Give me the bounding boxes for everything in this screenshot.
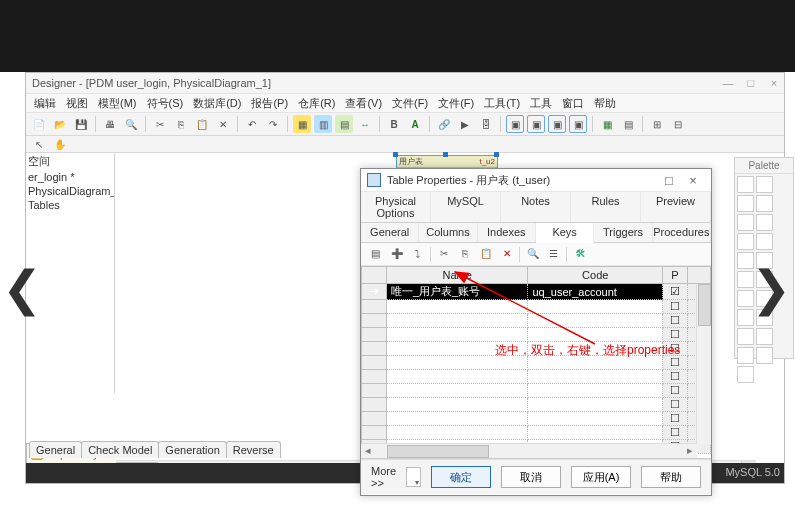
tree-item[interactable]: PhysicalDiagram_1	[26, 184, 114, 198]
toolbar-b-icon[interactable]: B	[385, 115, 403, 133]
toolbar-hand-icon[interactable]: ✋	[51, 135, 69, 153]
palette-panel[interactable]: Palette	[734, 157, 794, 359]
dialog-tab[interactable]: Physical Options	[361, 192, 431, 222]
keys-row-empty[interactable]: ☐	[362, 426, 711, 440]
menu-item[interactable]: 帮助	[594, 97, 616, 109]
toolbar-preview-icon[interactable]: 🔍	[122, 115, 140, 133]
keys-find-icon[interactable]: 🔍	[524, 246, 541, 263]
apply-button[interactable]: 应用(A)	[571, 466, 631, 488]
menu-item[interactable]: 模型(M)	[98, 97, 137, 109]
output-tab[interactable]: General	[29, 441, 82, 458]
keys-row-empty[interactable]: ☐	[362, 328, 711, 342]
keys-props-icon[interactable]: ☰	[545, 246, 562, 263]
keys-row-selected[interactable]: ➔ 唯一_用户表_账号 uq_user_account ☑	[362, 284, 711, 300]
toolbar-gen-icon[interactable]: ▶	[456, 115, 474, 133]
keys-tools-icon[interactable]: 🛠	[571, 246, 588, 263]
menu-item[interactable]: 符号(S)	[147, 97, 184, 109]
cancel-button[interactable]: 取消	[501, 466, 561, 488]
keys-insert-icon[interactable]: ⤵	[409, 246, 426, 263]
dialog-tab[interactable]: Triggers	[594, 223, 652, 242]
keys-grid[interactable]: Name Code P ➔ 唯一_用户表_账号 uq_user_account …	[361, 266, 711, 459]
palette-tool[interactable]	[737, 214, 754, 231]
palette-tool[interactable]	[756, 347, 773, 364]
menu-item[interactable]: 视图	[66, 97, 88, 109]
toolbar-excel-icon[interactable]: ▦	[598, 115, 616, 133]
help-button[interactable]: 帮助	[641, 466, 701, 488]
dialog-tab[interactable]: Indexes	[478, 223, 536, 242]
keys-row-empty[interactable]: ☐	[362, 398, 711, 412]
more-dropdown-icon[interactable]	[406, 467, 421, 487]
keys-col-name[interactable]: Name	[387, 267, 528, 284]
toolbar-doc-icon[interactable]: ▤	[619, 115, 637, 133]
palette-tool[interactable]	[737, 233, 754, 250]
toolbar-cut-icon[interactable]: ✂	[151, 115, 169, 133]
key-p-checkbox[interactable]: ☑	[663, 284, 688, 300]
palette-tool[interactable]	[737, 366, 754, 383]
toolbar-grid-icon[interactable]: ⊟	[669, 115, 687, 133]
scrollbar-thumb[interactable]	[698, 284, 711, 326]
dialog-tab[interactable]: Procedures	[653, 223, 711, 242]
minimize-button[interactable]: —	[718, 73, 738, 93]
toolbar-paste-icon[interactable]: 📋	[193, 115, 211, 133]
carousel-next[interactable]: ❯	[751, 260, 791, 316]
toolbar-print-icon[interactable]: 🖶	[101, 115, 119, 133]
grid-scrollbar-horizontal[interactable]: ◂ ▸	[361, 443, 697, 458]
output-tab[interactable]: Check Model	[81, 441, 159, 458]
dialog-close-button[interactable]: ×	[681, 173, 705, 188]
toolbar-win4-icon[interactable]: ▣	[569, 115, 587, 133]
dialog-tab[interactable]: MySQL	[431, 192, 501, 222]
palette-tool[interactable]	[756, 328, 773, 345]
menu-item[interactable]: 文件(F)	[392, 97, 428, 109]
tree-item[interactable]: Tables	[26, 198, 114, 212]
keys-new-icon[interactable]: ▤	[367, 246, 384, 263]
keys-row-empty[interactable]: ☐	[362, 370, 711, 384]
keys-copy-icon[interactable]: ⎘	[456, 246, 473, 263]
key-name-cell[interactable]: 唯一_用户表_账号	[387, 284, 528, 300]
menu-item[interactable]: 报告(P)	[251, 97, 288, 109]
keys-add-icon[interactable]: ➕	[388, 246, 405, 263]
window-title-bar[interactable]: Designer - [PDM user_login, PhysicalDiag…	[26, 73, 784, 93]
menu-item[interactable]: 工具	[530, 97, 552, 109]
row-indicator-icon[interactable]: ➔	[362, 284, 387, 300]
tree-item[interactable]: er_login *	[26, 170, 114, 184]
output-tabs[interactable]: GeneralCheck ModelGenerationReverse	[30, 441, 281, 459]
selection-handle[interactable]	[393, 152, 398, 157]
toolbar-package-icon[interactable]: ▦	[293, 115, 311, 133]
dialog-tab[interactable]: General	[361, 223, 419, 242]
keys-row-empty[interactable]: ☐	[362, 384, 711, 398]
palette-tool[interactable]	[756, 195, 773, 212]
dialog-tabs-row2[interactable]: GeneralColumnsIndexesKeysTriggersProcedu…	[361, 223, 711, 243]
toolbar-layout-icon[interactable]: ⊞	[648, 115, 666, 133]
palette-tool[interactable]	[737, 347, 754, 364]
scrollbar-thumb[interactable]	[387, 445, 489, 458]
palette-tool[interactable]	[737, 328, 754, 345]
palette-tool[interactable]	[756, 176, 773, 193]
toolbar-ref-icon[interactable]: ↔	[356, 115, 374, 133]
dialog-title-bar[interactable]: Table Properties - 用户表 (t_user) □ ×	[361, 169, 711, 192]
keys-paste-icon[interactable]: 📋	[477, 246, 494, 263]
scrollbar-left-arrow[interactable]: ◂	[365, 444, 371, 457]
menu-item[interactable]: 工具(T)	[484, 97, 520, 109]
menu-item[interactable]: 编辑	[34, 97, 56, 109]
keys-col-p[interactable]: P	[663, 267, 688, 284]
toolbar-table-icon[interactable]: ▥	[314, 115, 332, 133]
keys-delete-icon[interactable]: ✕	[498, 246, 515, 263]
close-button[interactable]: ×	[764, 73, 784, 93]
toolbar-db-icon[interactable]: 🗄	[477, 115, 495, 133]
maximize-button[interactable]: □	[741, 73, 761, 93]
toolbar-view-icon[interactable]: ▤	[335, 115, 353, 133]
palette-tool[interactable]	[737, 195, 754, 212]
dialog-tab[interactable]: Keys	[536, 223, 594, 243]
keys-row-empty[interactable]: ☐	[362, 412, 711, 426]
tree-item[interactable]: 空间	[26, 153, 114, 170]
toolbar-save-icon[interactable]: 💾	[72, 115, 90, 133]
output-tab[interactable]: Reverse	[226, 441, 281, 458]
more-button[interactable]: More >>	[371, 465, 421, 489]
palette-tool[interactable]	[756, 214, 773, 231]
menu-item[interactable]: 查看(V)	[345, 97, 382, 109]
output-tab[interactable]: Generation	[158, 441, 226, 458]
dialog-tab[interactable]: Columns	[419, 223, 477, 242]
palette-tool[interactable]	[756, 233, 773, 250]
key-code-cell[interactable]: uq_user_account	[528, 284, 663, 300]
dialog-maximize-button[interactable]: □	[657, 173, 681, 188]
